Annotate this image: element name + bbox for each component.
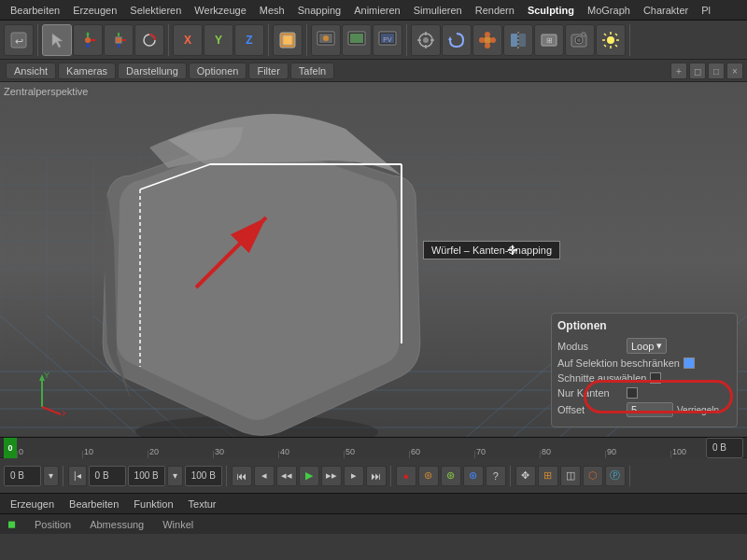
- auf-selektion-checkbox[interactable]: [684, 357, 695, 369]
- render-full-btn[interactable]: [342, 24, 372, 56]
- record-pos-btn[interactable]: ⊛: [418, 466, 439, 486]
- snap-btn[interactable]: [411, 24, 441, 56]
- play-reverse-btn[interactable]: ◂◂: [276, 466, 297, 486]
- axis-y-btn[interactable]: Y: [204, 24, 233, 56]
- loop-btn[interactable]: [442, 24, 472, 56]
- select-btn[interactable]: [42, 24, 72, 56]
- frame-dropdown[interactable]: ▾: [43, 466, 59, 486]
- svg-text:X: X: [62, 409, 65, 416]
- menu-werkzeuge[interactable]: Werkzeuge: [188, 3, 252, 18]
- render-region-btn[interactable]: [311, 24, 341, 56]
- obj-menu-textur[interactable]: Textur: [182, 497, 223, 511]
- offset-label: Offset: [557, 404, 623, 415]
- menu-mesh[interactable]: Mesh: [253, 3, 291, 18]
- auf-selektion-row: Auf Selektion beschränken: [557, 357, 731, 369]
- record-btn[interactable]: ●: [396, 466, 416, 486]
- menu-animieren[interactable]: Animieren: [347, 3, 407, 18]
- prev-frame-btn[interactable]: ◂: [254, 466, 275, 486]
- vp-kameras[interactable]: Kameras: [58, 63, 116, 79]
- rotate-btn[interactable]: [134, 24, 164, 56]
- publish-btn[interactable]: Ⓟ: [605, 466, 626, 486]
- vp-filter[interactable]: Filter: [248, 63, 288, 79]
- light-btn[interactable]: [596, 24, 626, 56]
- offset-row: Offset Verriegeln: [557, 402, 731, 417]
- menu-sculpting[interactable]: Sculpting: [521, 3, 581, 18]
- menu-bearbeiten[interactable]: Bearbeiten: [4, 3, 66, 18]
- viewport-3d[interactable]: Zentralperspektive ✛ Würfel – Kanten-Sna…: [0, 82, 747, 437]
- memory-dropdown[interactable]: ▾: [167, 466, 183, 486]
- vp-ansicht[interactable]: Ansicht: [6, 63, 56, 79]
- svg-point-25: [423, 37, 429, 43]
- render2-btn[interactable]: ⬡: [583, 466, 603, 486]
- axis-indicator: Y X: [19, 370, 65, 418]
- menu-mograph[interactable]: MoGraph: [581, 3, 637, 18]
- axis-x-btn[interactable]: X: [173, 24, 203, 56]
- scale-btn[interactable]: [104, 24, 134, 56]
- menu-erzeugen[interactable]: Erzeugen: [66, 3, 123, 18]
- tool-group-undo: ↩: [4, 24, 38, 56]
- obj-menu-funktion[interactable]: Funktion: [127, 497, 179, 511]
- corner-btn-2[interactable]: ◻: [689, 63, 706, 79]
- goto-start-btn[interactable]: ⏮: [232, 466, 252, 486]
- camera-btn[interactable]: [565, 24, 595, 56]
- frame-group: 0 B ▾: [4, 466, 63, 486]
- svg-point-31: [484, 36, 491, 44]
- status-indicator: ◼: [7, 518, 16, 530]
- nur-kanten-checkbox[interactable]: [627, 387, 638, 399]
- play-btn[interactable]: ▶: [299, 466, 319, 486]
- record-scale-btn[interactable]: ⊛: [463, 466, 484, 486]
- svg-text:PV: PV: [383, 36, 392, 43]
- menu-snapping[interactable]: Snapping: [291, 3, 348, 18]
- memory-display-1: 0 B: [89, 466, 126, 486]
- axis-z-btn[interactable]: Z: [234, 24, 264, 56]
- snap-to-btn[interactable]: ✥: [515, 466, 536, 486]
- menu-rendern[interactable]: Rendern: [469, 3, 521, 18]
- move-btn[interactable]: [73, 24, 103, 56]
- schnitte-row: Schnitte auswählen: [557, 372, 731, 384]
- goto-end-btn[interactable]: ⏭: [366, 466, 387, 486]
- record-rot-btn[interactable]: ⊛: [441, 466, 461, 486]
- undo-btn[interactable]: ↩: [4, 24, 34, 56]
- mirror-btn[interactable]: [503, 24, 533, 56]
- record-group: ● ⊛ ⊛ ⊛ ?: [396, 466, 511, 486]
- object-btn[interactable]: [273, 24, 303, 56]
- corner-btn-3[interactable]: □: [708, 63, 725, 79]
- vp-darstellung[interactable]: Darstellung: [118, 63, 187, 79]
- red-arrow: [187, 203, 299, 299]
- vp-optionen[interactable]: Optionen: [189, 63, 247, 79]
- corner-btn-4[interactable]: ×: [726, 63, 743, 79]
- svg-line-53: [604, 45, 606, 47]
- tool-group-object: [273, 24, 307, 56]
- corner-btn-1[interactable]: +: [670, 63, 687, 79]
- menu-simulieren[interactable]: Simulieren: [407, 3, 469, 18]
- options-panel-title: Optionen: [557, 319, 731, 332]
- menu-charakter[interactable]: Charakter: [637, 3, 695, 18]
- schnitte-checkbox[interactable]: [650, 372, 661, 384]
- viewport-label: Zentralperspektive: [4, 86, 89, 97]
- obj-menu-bearbeiten[interactable]: Bearbeiten: [63, 497, 125, 511]
- animate-btn[interactable]: ⊞: [538, 466, 558, 486]
- abmessung-label: Abmessung: [90, 519, 144, 530]
- timeline-start: 0: [4, 438, 17, 458]
- offset-input[interactable]: [627, 402, 673, 417]
- winkel-section: Winkel: [162, 519, 193, 530]
- svg-marker-8: [86, 46, 90, 49]
- svg-marker-30: [448, 36, 452, 40]
- position-label: Position: [35, 519, 71, 530]
- play-forward-btn[interactable]: ▸▸: [321, 466, 342, 486]
- next-frame-btn[interactable]: ▸: [344, 466, 364, 486]
- vp-tafeln[interactable]: Tafeln: [290, 63, 334, 79]
- modus-dropdown[interactable]: Loop ▾: [627, 338, 667, 354]
- prev-key-btn[interactable]: |◂: [68, 466, 87, 486]
- menu-pl[interactable]: Pl: [695, 3, 717, 18]
- render-picview-btn[interactable]: PV: [373, 24, 402, 56]
- timeline-ruler[interactable]: 0 10 20 30 40 50 60 70 80 90 100: [17, 438, 706, 458]
- question-btn[interactable]: ?: [486, 466, 506, 486]
- obj-menu-erzeugen[interactable]: Erzeugen: [4, 497, 61, 511]
- menu-selektieren[interactable]: Selektieren: [123, 3, 188, 18]
- knife-btn[interactable]: ⊞: [534, 24, 564, 56]
- modus-label: Modus: [557, 341, 623, 352]
- layer-btn[interactable]: ◫: [560, 466, 581, 486]
- schnitte-label: Schnitte auswählen: [557, 372, 646, 384]
- flower-btn[interactable]: [472, 24, 502, 56]
